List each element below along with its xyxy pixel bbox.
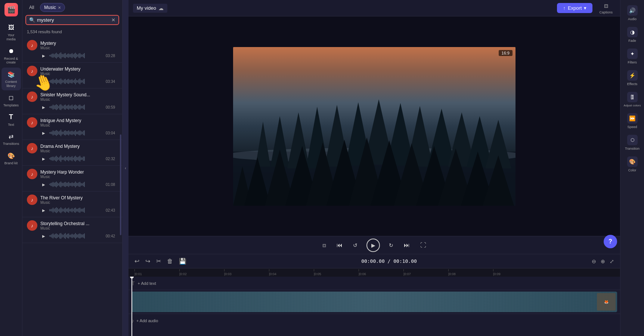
redo-button[interactable]: ↪ <box>144 257 152 265</box>
undo-button[interactable]: ↩ <box>133 257 141 265</box>
music-note-icon: ♪ <box>27 195 37 205</box>
sidebar-item-brand[interactable]: 🎨 Brand kit <box>1 149 21 168</box>
skip-forward-button[interactable]: ⏭ <box>402 240 411 250</box>
save-button[interactable]: 💾 <box>177 257 188 265</box>
music-tag: Music <box>40 175 118 179</box>
forward-5-button[interactable]: ↻ <box>387 241 395 250</box>
export-button[interactable]: ↑ Export ▾ <box>557 3 592 13</box>
music-note-icon: ♪ <box>27 169 37 179</box>
right-tool-effects[interactable]: ⚡ Effects <box>622 68 643 88</box>
waveform <box>49 206 103 214</box>
zoom-in-button[interactable]: ⊕ <box>599 258 607 265</box>
tab-music-close[interactable]: ✕ <box>58 6 61 10</box>
music-duration: 01:08 <box>106 183 118 187</box>
list-item[interactable]: ♪ Storytelling Orchestral ... Music ▶ 00… <box>22 217 122 243</box>
zoom-out-button[interactable]: ⊖ <box>590 258 598 265</box>
tab-music[interactable]: Music ✕ <box>40 3 65 12</box>
right-tool-speed[interactable]: ⏩ Speed <box>622 111 643 131</box>
list-item[interactable]: ♪ Mystery Harp Wonder Music ▶ 01:08 <box>22 166 122 192</box>
list-item[interactable]: ♪ The River Of Mystery Music ▶ 02:43 <box>22 192 122 217</box>
content-icon: 📚 <box>7 70 16 79</box>
cloud-icon: ☁ <box>158 5 164 11</box>
music-duration: 03:04 <box>106 131 118 135</box>
music-title: The River Of Mystery <box>40 195 118 200</box>
music-list: ♪ Mystery Music ▶ 03:28 ♪ Underwater Mys… <box>22 35 122 336</box>
right-tool-audio[interactable]: 🔊 Audio <box>622 3 643 23</box>
audio-track: ♪ + Add audio <box>129 314 620 327</box>
sidebar-item-label: Your media <box>3 33 19 41</box>
sidebar-item-media[interactable]: 🖼 Your media <box>1 21 21 44</box>
list-item[interactable]: ♪ Sinister Mystery Sound... Music ▶ 00:5… <box>22 88 122 114</box>
panel-tabs: All Music ✕ <box>22 0 122 12</box>
waveform <box>49 78 103 85</box>
fullscreen-button[interactable]: ⛶ <box>419 240 428 250</box>
right-tool-filters[interactable]: ✦ Filters <box>622 46 643 66</box>
zoom-controls: ⊖ ⊕ ⤢ <box>590 258 616 265</box>
effects-icon: ⚡ <box>627 70 638 81</box>
text-track: T + Add text <box>129 277 620 290</box>
panel-collapse-button[interactable]: ‹ <box>123 0 129 336</box>
cut-button[interactable]: ✂ <box>155 257 162 265</box>
video-track: 🦊 <box>129 290 620 314</box>
right-tool-color[interactable]: 🎨 Color <box>622 154 643 174</box>
play-button[interactable]: ▶ <box>40 155 47 162</box>
music-tag: Music <box>40 97 118 102</box>
sidebar-item-content[interactable]: 📚 Content library <box>1 68 21 90</box>
play-button[interactable]: ▶ <box>40 78 47 85</box>
help-button[interactable]: ? <box>604 235 617 248</box>
main-area: My video ☁ ↑ Export ▾ ⧈ Captions <box>129 0 620 336</box>
music-note-icon: ♪ <box>27 40 37 50</box>
play-button[interactable]: ▶ <box>40 52 47 59</box>
color-icon: 🎨 <box>627 156 638 167</box>
music-tag: Music <box>40 72 118 76</box>
add-audio-button[interactable]: + Add audio <box>136 318 158 323</box>
timeline-ruler: |0:01 |0:02 |0:03 |0:04 |0:05 |0:06 |0:0… <box>129 268 620 277</box>
list-item[interactable]: ♪ Mystery Music ▶ 03:28 <box>22 37 122 63</box>
panel-scrollbar[interactable] <box>120 134 121 235</box>
play-button[interactable]: ▶ <box>40 207 47 214</box>
list-item[interactable]: ♪ Underwater Mystery Music ▶ 03:34 🤚 <box>22 63 122 88</box>
music-duration: 03:28 <box>106 54 118 58</box>
adjust-icon: 🎛 <box>627 92 638 102</box>
project-tab[interactable]: My video ☁ <box>133 4 167 13</box>
sidebar-item-record[interactable]: ⏺ Record & create <box>1 44 21 67</box>
music-title: Mystery Harp Wonder <box>40 169 118 175</box>
sidebar-item-text[interactable]: T Text <box>1 111 21 129</box>
delete-button[interactable]: 🗑 <box>165 257 174 265</box>
sidebar-item-transitions[interactable]: ⇄ Transitions <box>1 130 21 148</box>
music-note-icon: ♪ <box>27 220 37 231</box>
subtitle-toggle-button[interactable]: ⧈ <box>321 240 328 250</box>
playhead[interactable] <box>131 277 132 336</box>
rewind-5-button[interactable]: ↺ <box>352 241 359 250</box>
skip-back-button[interactable]: ⏮ <box>335 240 344 250</box>
play-button[interactable]: ▶ <box>40 104 47 111</box>
right-tool-transition[interactable]: ⬡ Transition <box>622 133 643 153</box>
tab-all[interactable]: All <box>25 3 38 12</box>
play-button[interactable]: ▶ <box>40 130 47 136</box>
list-item[interactable]: ♪ Intrigue And Mystery Music ▶ 03:04 <box>22 114 122 140</box>
add-text-button[interactable]: + Add text <box>138 281 156 286</box>
video-trees-svg <box>233 47 515 206</box>
right-tool-label: Speed <box>627 125 637 129</box>
play-button[interactable]: ▶ <box>40 181 47 188</box>
right-tool-label: Fade <box>628 39 636 43</box>
right-tool-fade[interactable]: ◑ Fade <box>622 25 643 45</box>
captions-button[interactable]: ⧈ Captions <box>596 0 616 16</box>
search-clear-icon[interactable]: ✕ <box>111 17 115 23</box>
music-title: Underwater Mystery <box>40 66 118 72</box>
text-icon: T <box>7 113 16 122</box>
music-title: Intrigue And Mystery <box>40 118 118 123</box>
video-clip[interactable]: 🦊 <box>131 292 617 312</box>
results-count: 1,534 results found <box>22 28 122 35</box>
sidebar-item-templates[interactable]: ◻ Templates <box>1 91 21 110</box>
right-tool-adjust[interactable]: 🎛 Adjust colors <box>622 90 643 109</box>
right-tool-label: Color <box>628 168 637 172</box>
audio-icon: 🔊 <box>627 5 638 16</box>
play-button[interactable]: ▶ <box>40 233 47 239</box>
list-item[interactable]: ♪ Drama And Mystery Music ▶ 02:32 <box>22 140 122 166</box>
play-pause-button[interactable]: ▶ <box>366 239 380 252</box>
right-panel: 🔊 Audio ◑ Fade ✦ Filters ⚡ Effects 🎛 Adj… <box>620 0 644 336</box>
right-tool-label: Effects <box>627 82 637 86</box>
fit-button[interactable]: ⤢ <box>608 258 616 265</box>
search-input[interactable] <box>37 17 111 23</box>
